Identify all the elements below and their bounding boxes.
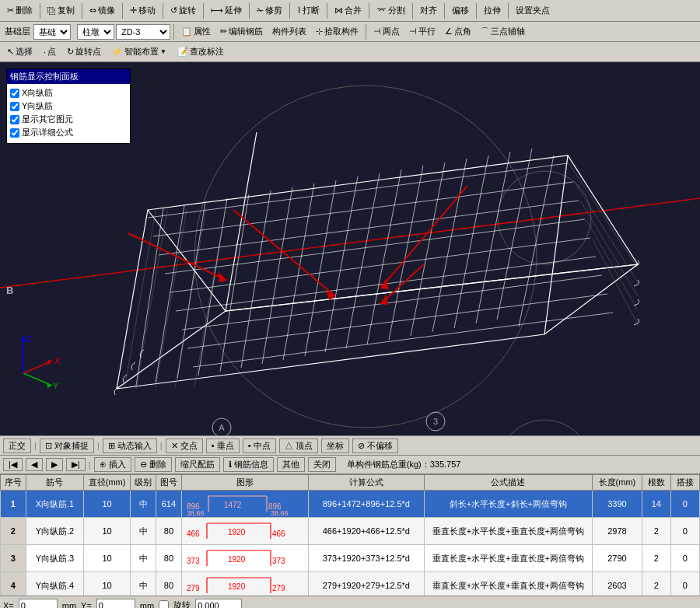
rotate-btn[interactable]: ↺ 旋转 [166, 3, 200, 18]
delete-btn[interactable]: ✂ 删除 [3, 3, 37, 18]
sep8 [327, 3, 327, 19]
rotate-point-btn[interactable]: ↻ 旋转点 [63, 44, 105, 59]
length: 2603 [593, 572, 642, 596]
info-icon: ℹ [229, 459, 232, 469]
no-offset-btn[interactable]: ⊘ 不偏移 [352, 439, 398, 453]
angle-btn[interactable]: ∠ 点角 [441, 24, 475, 39]
rebar-name: X向纵筋.1 [26, 491, 83, 518]
vertex-btn[interactable]: △ 顶点 [279, 439, 318, 453]
checkbox-x-rebar[interactable]: X向纵筋 [10, 87, 127, 99]
y-input[interactable] [96, 599, 135, 609]
canvas-area[interactable]: Z Y X A 3 B 钢筋显示控制面板 X向纵筋 Y向纵筋 [0, 62, 700, 435]
clamp-btn[interactable]: 设置夹点 [512, 3, 554, 18]
nav-first-btn[interactable]: |◀ [3, 458, 23, 471]
pick-icon: ⊹ [316, 26, 323, 37]
checkbox-show-elements[interactable]: 显示其它图元 [10, 114, 127, 125]
desc: 垂直长度+水平长度+垂直长度+两倍弯钩 [424, 518, 593, 545]
modify-annotation-btn[interactable]: 📝 查改标注 [173, 44, 228, 59]
intersection-icon: ✕ [171, 441, 178, 450]
component-list-btn[interactable]: 构件列表 [268, 24, 310, 39]
perpendicular-btn[interactable]: • 垂点 [206, 439, 240, 453]
sep-s3: | [160, 441, 163, 450]
edit-rebar-btn[interactable]: ✏ 编辑钢筋 [216, 24, 267, 39]
copy-icon: ⿻ [47, 6, 56, 16]
extend-btn[interactable]: ⟼ 延伸 [207, 3, 246, 18]
delete-icon: ✂ [7, 5, 14, 16]
coord-btn[interactable]: 坐标 [321, 439, 349, 453]
scale-rebar-btn[interactable]: 缩尺配筋 [175, 457, 220, 472]
pick-component-btn[interactable]: ⊹ 拾取构件 [312, 24, 362, 39]
checkbox-show-formula[interactable]: 显示详细公式 [10, 127, 127, 138]
coord-bar: X= mm Y= mm 旋转 [0, 596, 700, 608]
code-select[interactable]: ZD-3 [116, 24, 170, 40]
offset-btn[interactable]: 偏移 [448, 3, 473, 18]
x-rebar-checkbox[interactable] [10, 89, 19, 98]
control-panel-body: X向纵筋 Y向纵筋 显示其它图元 显示详细公式 [7, 84, 130, 143]
y-rebar-label: Y向纵筋 [22, 100, 53, 112]
align-btn[interactable]: 对齐 [416, 3, 441, 18]
close-btn[interactable]: 关闭 [308, 457, 336, 472]
parallel-icon: ⊣ [409, 26, 417, 37]
point-btn[interactable]: · 点 [40, 44, 60, 59]
smart-icon: ⚡ [112, 47, 123, 57]
diameter: 10 [84, 491, 131, 518]
level: 中 [131, 518, 156, 545]
copy-btn[interactable]: ⿻ 复制 [44, 3, 79, 18]
col-level: 级别 [131, 475, 156, 491]
type-select[interactable]: 柱墩 [77, 24, 114, 40]
rotate-checkbox[interactable] [159, 600, 169, 608]
rotate-input[interactable] [195, 599, 242, 609]
dynamic-input-btn[interactable]: ⊞ 动态输入 [103, 439, 157, 453]
shape-cell: 373 1920 373 [181, 545, 308, 572]
stretch-btn[interactable]: 拉伸 [480, 3, 505, 18]
dropdown-arrow-icon: ▼ [160, 48, 166, 55]
intersection-btn[interactable]: ✕ 交点 [166, 439, 203, 453]
other-btn[interactable]: 其他 [277, 457, 305, 472]
merge-btn[interactable]: ⋈ 合并 [331, 3, 366, 18]
svg-text:Y: Y [53, 381, 59, 390]
table-row[interactable]: 1 X向纵筋.1 10 中 614 896 1472 896 38.6 [1, 491, 700, 518]
nav-last-btn[interactable]: ▶| [66, 458, 86, 471]
parallel-btn[interactable]: ⊣ 平行 [405, 24, 439, 39]
x-input[interactable] [19, 599, 58, 609]
show-elements-checkbox[interactable] [10, 115, 19, 124]
midpoint-btn[interactable]: • 中点 [243, 439, 276, 453]
property-icon: 📋 [181, 26, 192, 37]
trim-btn[interactable]: ✁ 修剪 [253, 3, 286, 18]
svg-text:373: 373 [187, 557, 200, 565]
checkbox-y-rebar[interactable]: Y向纵筋 [10, 100, 127, 112]
three-point-btn[interactable]: ⌒ 三点辅轴 [477, 24, 529, 39]
col-desc: 公式描述 [424, 475, 593, 491]
rotate-pt-icon: ↻ [67, 47, 74, 57]
show-formula-checkbox[interactable] [10, 128, 19, 138]
select-btn[interactable]: ↖ 选择 [3, 44, 37, 59]
table-container[interactable]: 序号 筋号 直径(mm) 级别 图号 图形 计算公式 公式描述 长度(mm) 根… [0, 474, 700, 596]
length: 3390 [593, 491, 642, 518]
split-icon: ⌤ [376, 5, 387, 16]
snap-icon: ⊡ [45, 441, 52, 450]
insert-btn[interactable]: ⊕ 插入 [94, 457, 131, 472]
snap-btn[interactable]: ⊡ 对象捕捉 [40, 439, 94, 453]
nav-prev-btn[interactable]: ◀ [26, 458, 43, 471]
break-icon: ⌇ [297, 5, 301, 16]
table-row[interactable]: 3 Y向纵筋.3 10 中 80 373 1920 373 [1, 545, 700, 572]
svg-text:38.66: 38.66 [271, 509, 289, 515]
layer-select[interactable]: 基础 [33, 24, 71, 40]
svg-text:1920: 1920 [228, 528, 246, 536]
smart-layout-btn[interactable]: ⚡ 智能布置 ▼ [108, 44, 170, 59]
table-delete-btn[interactable]: ⊖ 删除 [135, 457, 172, 472]
col-drawing: 图号 [156, 475, 181, 491]
move-btn[interactable]: ✛ 移动 [126, 3, 159, 18]
split-btn[interactable]: ⌤ 分割 [373, 3, 409, 18]
rebar-info-btn[interactable]: ℹ 钢筋信息 [223, 457, 274, 472]
svg-text:38.66: 38.66 [187, 509, 205, 515]
y-rebar-checkbox[interactable] [10, 102, 19, 111]
nav-next-btn[interactable]: ▶ [46, 458, 63, 471]
mirror-btn[interactable]: ⇔ 镜像 [86, 3, 119, 18]
property-btn[interactable]: 📋 属性 [177, 24, 215, 39]
table-row[interactable]: 4 Y向纵筋.4 10 中 80 279 1920 279 [1, 572, 700, 596]
break-btn[interactable]: ⌇ 打断 [293, 3, 324, 18]
table-row[interactable]: 2 Y向纵筋.2 10 中 80 466 1920 466 [1, 518, 700, 545]
ortho-btn[interactable]: 正交 [3, 439, 31, 453]
two-point-btn[interactable]: ⊣ 两点 [369, 24, 404, 39]
